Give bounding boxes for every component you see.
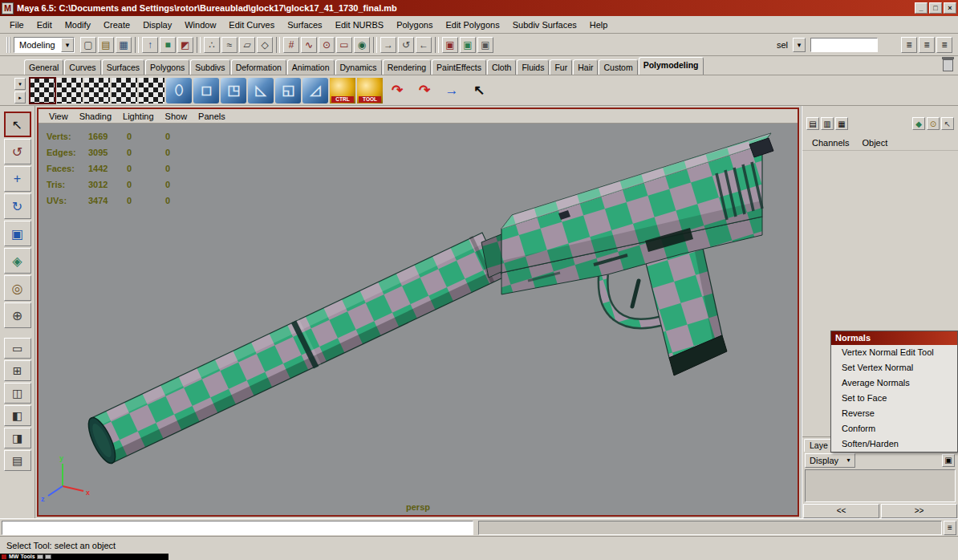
channel-box-tab[interactable]: Object — [855, 136, 894, 149]
normals-menu-item[interactable]: Set Vertex Normal — [831, 360, 957, 375]
show-manipulator-tool[interactable]: ⊕ — [4, 302, 31, 328]
select-tool[interactable]: ↖ — [4, 112, 31, 137]
viewport-canvas[interactable]: y x z Verts: 1669 0 0 — [39, 124, 798, 515]
menu-item[interactable]: Create — [97, 18, 136, 32]
four-pane-layout[interactable]: ⊞ — [4, 360, 31, 381]
input-connections-icon[interactable]: → — [380, 37, 396, 53]
extrude-face-icon[interactable]: ◳ — [221, 78, 246, 103]
status-icon[interactable] — [276, 37, 280, 53]
suppressor-mesh[interactable] — [83, 233, 503, 467]
trash-icon[interactable] — [943, 59, 953, 71]
status-icon[interactable] — [197, 37, 201, 53]
selection-field-selector[interactable]: sel ▾ — [772, 37, 806, 53]
layer-display-selector[interactable]: Display ▾ — [805, 453, 855, 468]
manip-axis-icon[interactable]: ◆ — [912, 117, 925, 130]
hypershade-persp-layout[interactable]: ▤ — [4, 450, 31, 471]
checker-red-arrow-icon[interactable] — [84, 78, 110, 103]
normals-menu-titlebar[interactable]: Normals — [831, 331, 957, 345]
channel-slider-icon[interactable]: ▤ — [806, 117, 819, 130]
rotate-swoosh-icon[interactable]: ↷ — [412, 78, 437, 103]
viewport-menu-item[interactable]: Panels — [193, 111, 231, 122]
open-scene-icon[interactable]: ▤ — [98, 37, 114, 53]
move-component-icon[interactable]: → — [439, 78, 465, 103]
persp-graph-layout[interactable]: ◨ — [4, 428, 31, 448]
chevron-down-icon[interactable]: ▾ — [61, 38, 74, 52]
save-scene-icon[interactable]: ▦ — [116, 37, 132, 53]
normals-menu-item[interactable]: Average Normals — [831, 375, 957, 391]
mirror-geometry-icon[interactable]: ↷ — [384, 78, 410, 103]
menu-item[interactable]: File — [3, 18, 30, 32]
split-polygon-icon[interactable]: ◺ — [248, 78, 274, 103]
shelf-tab[interactable]: Curves — [64, 59, 100, 75]
render-frame-icon[interactable]: ▣ — [442, 37, 458, 53]
select-by-object-icon[interactable]: ■ — [160, 37, 176, 53]
tool-sphere-icon[interactable]: TOOL — [357, 78, 383, 103]
shelf-tab[interactable]: Polygons — [145, 59, 189, 75]
construction-history-icon[interactable]: ↺ — [398, 37, 414, 53]
select-cursor-icon[interactable]: ↖ — [466, 78, 492, 103]
shelf-tab[interactable]: Cloth — [487, 59, 517, 75]
ipr-render-icon[interactable]: ▣ — [460, 37, 476, 53]
uv-checker-icon[interactable] — [30, 78, 55, 103]
maximize-button[interactable] — [45, 554, 51, 559]
snap-to-grids-icon[interactable]: # — [283, 37, 299, 53]
shelf-tab[interactable]: Animation — [287, 59, 335, 75]
menu-item[interactable]: Polygons — [390, 18, 439, 32]
chevron-down-icon[interactable]: ▾ — [793, 38, 806, 52]
universal-manipulator-tool[interactable]: ◈ — [4, 248, 31, 274]
shelf-prev-icon[interactable]: ▾ — [14, 78, 26, 90]
select-by-component-icon[interactable]: ◩ — [177, 37, 193, 53]
ui-toggle-icon-2[interactable]: ≡ — [919, 37, 935, 53]
quick-selection-input[interactable] — [810, 38, 878, 52]
viewport-menu-item[interactable]: Lighting — [117, 111, 160, 122]
status-icon[interactable] — [435, 37, 439, 53]
menu-item[interactable]: Surfaces — [281, 18, 328, 32]
layer-stack-icon[interactable]: ▣ — [942, 454, 955, 467]
ctrl-sphere-icon[interactable]: CTRL — [330, 78, 355, 103]
move-tool[interactable]: + — [4, 166, 31, 192]
taskbar-window-mw-tools[interactable]: MW Tools — [0, 554, 168, 560]
layer-prev-button[interactable]: << — [803, 504, 879, 518]
menu-item[interactable]: Window — [178, 18, 222, 32]
normals-menu-item[interactable]: Soften/Harden — [831, 436, 957, 452]
shelf-tab[interactable]: Polymodeling — [639, 57, 704, 75]
menu-item[interactable]: Display — [136, 18, 178, 32]
command-input[interactable] — [2, 521, 473, 535]
snap-to-points-icon[interactable]: ⊙ — [319, 37, 335, 53]
pick-cursor-icon[interactable]: ↖ — [941, 117, 954, 130]
normals-menu-item[interactable]: Conform — [831, 421, 957, 436]
append-polygon-icon[interactable]: ◱ — [275, 78, 301, 103]
ui-toggle-icon-3[interactable]: ≡ — [936, 37, 952, 53]
shelf-tab[interactable]: PaintEffects — [432, 59, 486, 75]
normals-menu-item[interactable]: Reverse — [831, 406, 957, 421]
poly-cube-icon[interactable]: ◻ — [193, 78, 219, 103]
shelf-tab[interactable]: Deformation — [231, 59, 286, 75]
menu-item[interactable]: Edit — [30, 18, 59, 32]
shelf-tab[interactable]: Surfaces — [102, 59, 144, 75]
maya-logo-icon[interactable]: M — [2, 2, 14, 14]
menu-item[interactable]: Edit Polygons — [439, 18, 505, 32]
channel-box-tab[interactable]: Channels — [806, 136, 855, 149]
make-live-icon[interactable]: ◉ — [354, 37, 370, 53]
select-lines-icon[interactable]: ≈ — [221, 37, 237, 53]
maximize-button[interactable]: □ — [929, 2, 942, 14]
shelf-tab[interactable]: Subdivs — [190, 59, 229, 75]
viewport-menu-item[interactable]: Shading — [74, 111, 117, 122]
shelf-tab[interactable]: Custom — [599, 59, 637, 75]
checker-map-icon[interactable] — [57, 78, 83, 103]
layer-list[interactable] — [805, 469, 956, 503]
select-points-icon[interactable]: ∴ — [204, 37, 220, 53]
script-editor-icon[interactable]: ≡ — [944, 521, 956, 535]
channel-speed-icon[interactable]: ▥ — [821, 117, 834, 130]
snap-to-curves-icon[interactable]: ∿ — [301, 37, 317, 53]
render-globals-icon[interactable]: ▣ — [477, 37, 493, 53]
viewport-menu-item[interactable]: View — [43, 111, 74, 122]
toolbar-handle[interactable] — [6, 37, 10, 53]
select-hulls-icon[interactable]: ◇ — [257, 37, 273, 53]
soft-mod-tool[interactable]: ◎ — [4, 275, 31, 301]
shelf-tab[interactable]: Rendering — [383, 59, 431, 75]
chevron-down-icon[interactable]: ▾ — [842, 454, 854, 467]
ui-toggle-icon-1[interactable]: ≡ — [901, 37, 917, 53]
status-icon[interactable] — [135, 37, 139, 53]
two-pane-layout[interactable]: ◫ — [4, 383, 31, 404]
